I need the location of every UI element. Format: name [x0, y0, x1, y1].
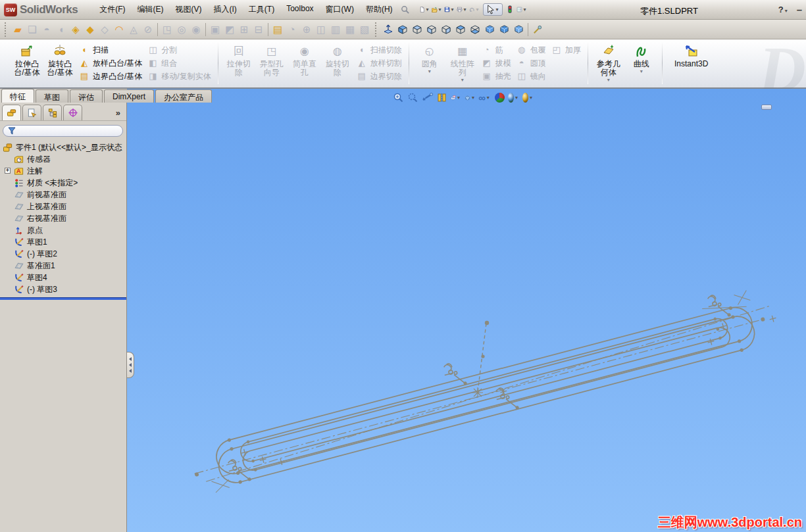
boundary-boss-button[interactable]: ▤边界凸台/基体 — [79, 71, 142, 82]
graphics-area[interactable]: ∞ 三维网www.3dportal.cn — [127, 89, 806, 532]
fillet-button[interactable]: ◵ 圆角 ▾ — [415, 41, 445, 74]
tree-item-sketch2[interactable]: (-) 草图2 — [0, 248, 126, 260]
move-face-icon[interactable]: ⊟ — [251, 22, 266, 37]
feature-tree-tab[interactable] — [2, 105, 21, 120]
open-document-icon[interactable] — [432, 3, 444, 16]
reference-dropdown-caret[interactable]: ▾ — [607, 78, 610, 83]
zoom-to-fit-icon[interactable] — [392, 91, 405, 104]
expand-toggle[interactable]: + — [5, 168, 11, 174]
select-cursor-icon[interactable] — [483, 3, 503, 16]
revolved-cut-button[interactable]: ◍ 旋转切除 — [322, 41, 353, 77]
dimetric-view-icon[interactable] — [511, 22, 526, 37]
rollback-bar[interactable] — [0, 297, 126, 300]
options-icon[interactable] — [516, 3, 529, 16]
apply-scene-icon[interactable] — [508, 91, 520, 104]
tree-item-material[interactable]: 材质 <未指定> — [0, 177, 126, 189]
linear-pattern-button[interactable]: ▦ 线性阵列 ▾ — [447, 41, 478, 83]
panel-overflow-chevrons[interactable]: » — [116, 108, 124, 120]
dome-tool-icon[interactable]: ◔ — [285, 22, 299, 37]
tree-item-origin[interactable]: 原点 — [0, 224, 126, 236]
viewport-restore-handle[interactable] — [761, 105, 772, 110]
menu-edit[interactable]: 编辑(E) — [132, 1, 170, 18]
zoom-to-area-icon[interactable] — [407, 91, 419, 104]
tree-filter-box[interactable] — [3, 125, 123, 137]
mirror-button[interactable]: ◫镜向 — [516, 71, 546, 82]
boundary-cut-button[interactable]: ▤边界切除 — [357, 71, 402, 82]
thicken-tool-icon[interactable]: ⊕ — [299, 22, 314, 37]
tree-item-top-plane[interactable]: 上视基准面 — [0, 201, 126, 212]
tree-item-front-plane[interactable]: 前视基准面 — [0, 189, 126, 201]
swept-boss-icon[interactable]: ◖ — [54, 22, 68, 37]
tab-sketch[interactable]: 草图 — [36, 89, 68, 103]
fillet-tool-icon[interactable]: ◎ — [174, 22, 189, 37]
menu-view[interactable]: 视图(V) — [170, 1, 208, 18]
shell-tool-icon[interactable]: ▣ — [208, 22, 222, 37]
pattern-dropdown-caret[interactable]: ▾ — [461, 78, 464, 83]
property-manager-tab[interactable] — [22, 105, 41, 120]
previous-view-icon[interactable] — [421, 91, 434, 104]
tree-item-part-root[interactable]: 零件1 (默认<<默认>_显示状态 — [0, 141, 126, 153]
split-button[interactable]: ◫分割 — [147, 45, 177, 55]
extrude-boss-button[interactable]: 拉伸凸台/基体 — [12, 41, 42, 77]
chamfer-tool-icon[interactable]: ◉ — [189, 22, 203, 37]
fillet-dropdown-caret[interactable]: ▾ — [428, 69, 431, 74]
dimxpert-manager-tab[interactable] — [63, 105, 82, 120]
tree-item-sketch3[interactable]: (-) 草图3 — [0, 283, 126, 295]
delete-body-icon[interactable]: ⊘ — [141, 22, 155, 37]
revolve-arc-icon[interactable]: ◠ — [112, 22, 126, 37]
menu-insert[interactable]: 插入(I) — [208, 1, 243, 18]
tree-item-sensors[interactable]: 传感器 — [0, 153, 126, 165]
bottom-view-icon[interactable] — [468, 22, 482, 37]
draft-button[interactable]: ◩拔模 — [482, 58, 511, 68]
join-tool-icon[interactable]: ▧ — [357, 22, 372, 37]
lofted-boss-icon[interactable]: ◈ — [68, 22, 83, 37]
pin-icon[interactable]: ◇ — [97, 22, 112, 37]
revolve-boss-button[interactable]: 旋转凸台/基体 — [45, 41, 75, 77]
normal-to-view-icon[interactable] — [381, 22, 395, 37]
sketch-plane-icon[interactable]: ▰ — [11, 22, 25, 37]
revolved-boss-icon[interactable]: ◓ — [39, 22, 54, 37]
intersect-tool-icon[interactable]: ▦ — [343, 22, 357, 37]
mirror-tool-icon[interactable]: ◩ — [222, 22, 237, 37]
new-document-icon[interactable] — [419, 3, 432, 16]
edit-appearance-icon[interactable] — [493, 91, 506, 104]
rib-tool-icon[interactable]: ◬ — [126, 22, 141, 37]
menu-tools[interactable]: 工具(T) — [243, 1, 280, 18]
thicken-button[interactable]: ◰加厚 — [551, 45, 581, 55]
print-icon[interactable] — [457, 3, 469, 16]
rib-button[interactable]: ◔筋 — [482, 45, 503, 55]
menu-help[interactable]: 帮助(H) — [360, 1, 399, 18]
wrap-button[interactable]: ◍包覆 — [516, 45, 546, 55]
lofted-cut-button[interactable]: ◭放样切割 — [357, 58, 402, 68]
display-style-icon[interactable] — [465, 91, 477, 104]
boss-extrude-icon[interactable]: ❏ — [25, 22, 39, 37]
view-orientation-icon[interactable] — [450, 91, 463, 104]
combine-tool-icon[interactable]: ▥ — [328, 22, 343, 37]
tab-features[interactable]: 特征 — [1, 89, 34, 103]
search-icon[interactable] — [399, 3, 411, 16]
lofted-boss-button[interactable]: ◭放样凸台/基体 — [79, 58, 142, 68]
hide-show-items-icon[interactable]: ∞ — [479, 91, 491, 104]
left-view-icon[interactable] — [424, 22, 439, 37]
magic-wand-icon[interactable] — [530, 22, 545, 37]
tree-item-sketch4[interactable]: 草图4 — [0, 272, 126, 283]
draft-tool-icon[interactable]: ◳ — [160, 22, 174, 37]
reference-geometry-button[interactable]: 参考几何体 ▾ — [593, 41, 624, 83]
tab-dimxpert[interactable]: DimXpert — [104, 89, 154, 103]
tree-item-plane1[interactable]: 基准面1 — [0, 260, 126, 272]
menu-file[interactable]: 文件(F) — [93, 1, 131, 18]
sketch-geometry[interactable] — [127, 89, 806, 532]
tab-evaluate[interactable]: 评估 — [70, 89, 103, 103]
toolbar-grip[interactable] — [5, 22, 7, 37]
save-icon[interactable] — [444, 3, 457, 16]
tree-item-right-plane[interactable]: 右视基准面 — [0, 212, 126, 224]
view-settings-icon[interactable] — [522, 91, 535, 104]
right-view-icon[interactable] — [439, 22, 453, 37]
undo-icon[interactable] — [469, 3, 482, 16]
rebuild-traffic-light-icon[interactable] — [504, 3, 516, 16]
simple-hole-button[interactable]: ◉ 简单直孔 — [290, 41, 320, 77]
swept-boss-button[interactable]: ◖扫描 — [79, 45, 109, 55]
wrap-tool-icon[interactable]: ▤ — [270, 22, 285, 37]
hole-wizard-button[interactable]: ◳ 异型孔向导 — [257, 41, 287, 77]
extruded-cut-button[interactable]: 回 拉伸切除 — [224, 41, 254, 77]
